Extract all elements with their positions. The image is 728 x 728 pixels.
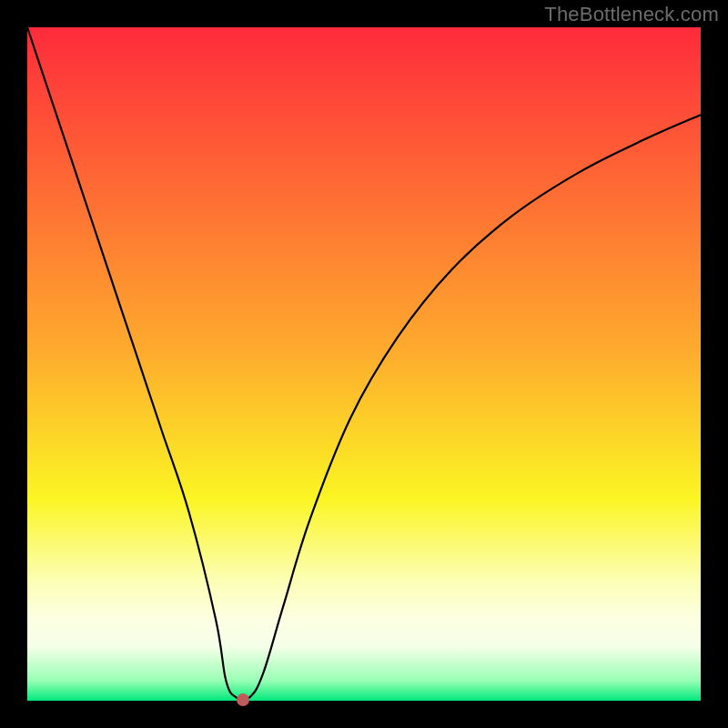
watermark-text: TheBottleneck.com: [544, 3, 719, 26]
bottleneck-curve: [27, 27, 701, 700]
curve-layer: [27, 27, 701, 701]
chart-stage: TheBottleneck.com: [0, 0, 728, 728]
optimum-marker: [237, 693, 249, 706]
